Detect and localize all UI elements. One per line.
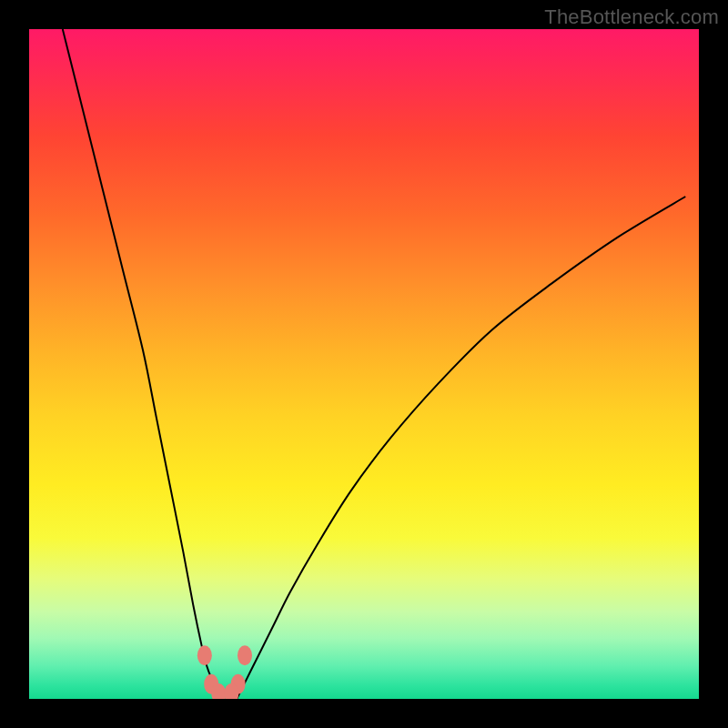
curve-markers-group [197,645,252,699]
chart-frame: TheBottleneck.com [0,0,728,728]
bottleneck-curve-svg [29,29,699,699]
watermark-text: TheBottleneck.com [544,5,719,29]
curve-right-branch [237,197,685,699]
curve-marker [197,645,212,665]
curve-marker [238,645,252,665]
plot-area [29,29,699,699]
curve-left-branch [63,29,224,699]
